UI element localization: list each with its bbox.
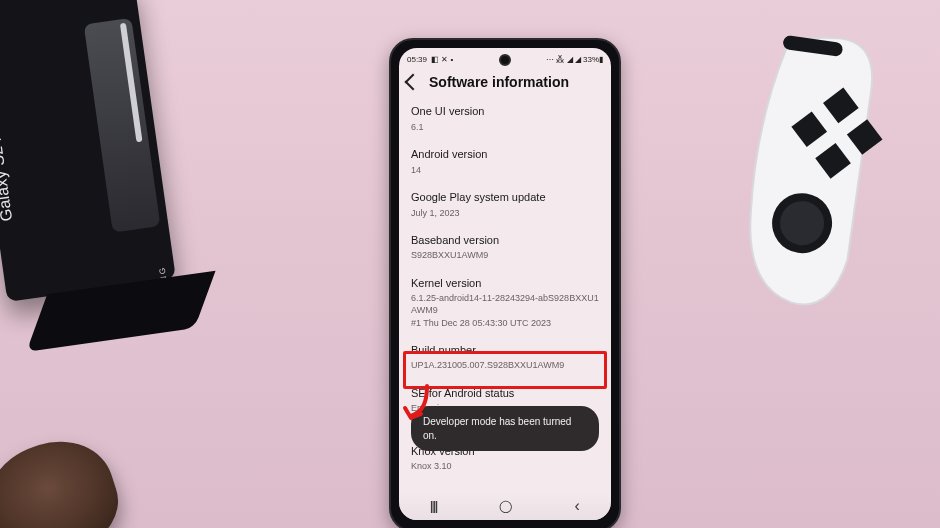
item-value: Knox 3.10 [411,460,599,472]
status-right-icons: ⋯ ⁂ ◢ ◢ 33%▮ [546,55,603,64]
game-controller [720,5,940,334]
toast-developer-mode: Developer mode has been turned on. [411,406,599,451]
item-value: 6.1.25-android14-11-28243294-abS928BXXU1… [411,292,599,328]
phone-frame: 05:39 ◧ ✕ • ⋯ ⁂ ◢ ◢ 33%▮ Software inform… [389,38,621,528]
nav-recents-button[interactable]: ||| [430,499,437,513]
box-top: Galaxy S24 Ultra SAMSUNG [0,0,176,302]
status-left-icons: ◧ ✕ • [431,55,453,64]
product-box: Galaxy S24 Ultra SAMSUNG [0,0,186,371]
item-kernel-version[interactable]: Kernel version 6.1.25-android14-11-28243… [411,270,599,337]
item-label: Baseband version [411,234,599,248]
status-time: 05:39 [407,55,427,64]
nav-back-button[interactable]: ‹ [575,497,580,515]
photo-scene: Galaxy S24 Ultra SAMSUNG [0,0,940,528]
item-label: Kernel version [411,277,599,291]
nav-home-button[interactable]: ◯ [499,499,512,513]
hand [0,427,130,528]
item-value: July 1, 2023 [411,207,599,219]
item-android-version[interactable]: Android version 14 [411,141,599,184]
navigation-bar: ||| ◯ ‹ [399,492,611,520]
item-label: One UI version [411,105,599,119]
item-google-play-update[interactable]: Google Play system update July 1, 2023 [411,184,599,227]
front-camera [499,54,511,66]
item-value: 14 [411,164,599,176]
item-baseband-version[interactable]: Baseband version S928BXXU1AWM9 [411,227,599,270]
page-title: Software information [429,74,569,90]
phone-screen: 05:39 ◧ ✕ • ⋯ ⁂ ◢ ◢ 33%▮ Software inform… [399,48,611,520]
back-icon[interactable] [405,74,422,91]
box-product-name: Galaxy S24 Ultra [0,97,16,222]
item-value: 6.1 [411,121,599,133]
annotation-arrow-icon [401,384,435,428]
page-header: Software information [399,68,611,98]
item-label: Google Play system update [411,191,599,205]
item-value: S928BXXU1AWM9 [411,249,599,261]
item-label: Android version [411,148,599,162]
item-one-ui-version[interactable]: One UI version 6.1 [411,98,599,141]
box-phone-render [84,18,161,233]
